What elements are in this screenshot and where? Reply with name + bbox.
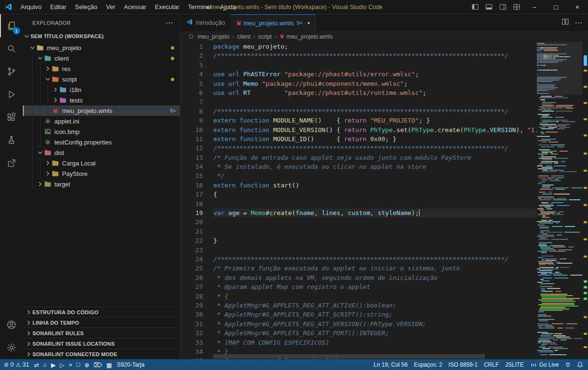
sidebar-section[interactable]: SONARLINT CONNECTED MODE [23, 349, 180, 359]
add-icon[interactable]: ⊕ [84, 361, 89, 369]
line-number[interactable]: 25 [180, 264, 213, 273]
line-number[interactable]: 9 [180, 116, 213, 125]
tree-item[interactable]: script [23, 74, 180, 84]
tree-item[interactable]: icon.bmp [23, 126, 180, 137]
menu-item[interactable]: Ver [102, 0, 120, 14]
maximize-button[interactable]: □ [545, 0, 567, 14]
notifications[interactable] [577, 361, 583, 368]
tree-item[interactable]: target [23, 179, 180, 189]
line-number[interactable]: 15 [180, 171, 213, 180]
trash-icon[interactable]: ⌦ [94, 361, 102, 369]
play-outline-icon[interactable]: ▷ [60, 361, 65, 369]
overview-ruler[interactable] [582, 42, 588, 359]
code-line[interactable]: /***************************************… [213, 51, 537, 60]
tree-item[interactable]: res [23, 63, 180, 74]
activitybar-account[interactable] [0, 313, 23, 336]
horizontal-scrollbar[interactable] [213, 354, 485, 359]
code-line[interactable]: * AppletMngr#G_APPLETS_REG_ATT_ACTIVE():… [213, 301, 537, 310]
home-icon[interactable]: ⌂ [43, 361, 47, 368]
activitybar-explorer[interactable]: 1 [0, 14, 23, 37]
line-number[interactable]: 6 [180, 88, 213, 97]
code-line[interactable] [213, 217, 537, 226]
tab-introducao[interactable]: Introdução [180, 14, 231, 31]
go-live[interactable]: Go Live [530, 361, 559, 368]
workspace-section-header[interactable]: SEM TÍTULO (WORKSPACE) [23, 31, 180, 41]
menu-item[interactable]: Acessar [120, 0, 151, 14]
line-number[interactable]: 26 [180, 273, 213, 282]
line-number[interactable]: 16 [180, 181, 213, 190]
encoding[interactable]: ISO 8859-1 [449, 361, 478, 368]
eol[interactable]: CRLF [484, 361, 499, 368]
tree-item[interactable]: dist [23, 147, 180, 158]
activitybar-share[interactable] [0, 152, 23, 175]
line-number[interactable]: 2 [180, 51, 213, 60]
code-line[interactable]: use url RT "package://phast#utils/runtim… [213, 88, 537, 97]
line-number[interactable]: 21 [180, 227, 213, 236]
code-line[interactable]: * { [213, 292, 537, 301]
code-line[interactable]: * AppletMngr#G_APPLETS_REG_ATT_PORT():IN… [213, 329, 537, 338]
line-number[interactable]: 35 [180, 356, 213, 359]
line-number[interactable]: 20 [180, 217, 213, 226]
sync-icon[interactable]: ⇄ [34, 361, 39, 369]
code-line[interactable]: /***************************************… [213, 107, 537, 116]
activitybar-run-debug[interactable] [0, 83, 23, 106]
breadcrumb-item[interactable]: script [257, 33, 273, 40]
line-number[interactable]: 17 [180, 190, 213, 199]
code-line[interactable] [213, 61, 537, 70]
code-line[interactable]: * Se instalado, é executada ao clicar no… [213, 162, 537, 171]
indentation[interactable]: Espaços: 2 [414, 361, 442, 368]
line-number[interactable]: 23 [180, 246, 213, 255]
code-line[interactable]: /* Primeira função executada do applet a… [213, 264, 537, 273]
toggle-panel-icon[interactable] [482, 0, 496, 14]
code-line[interactable]: * AppletMngr#G_APPLETS_REG_ATT_SCRIPT():… [213, 310, 537, 319]
tree-item[interactable]: PayStore [23, 168, 180, 179]
problems-indicator[interactable]: ⊘ 0 ⚠ 31 [4, 361, 29, 368]
code-content[interactable]: package meu_projeto;/*******************… [213, 42, 537, 359]
menu-item[interactable]: Executar [151, 0, 184, 14]
code-line[interactable]: * dos demais applets na VM, seguindo ord… [213, 273, 537, 282]
close-button[interactable]: × [567, 0, 588, 14]
tree-item[interactable]: meu_projeto [23, 42, 180, 53]
code-line[interactable] [213, 97, 537, 106]
toggle-sidebar-icon[interactable] [468, 0, 482, 14]
sidebar-section[interactable]: SONARLINT ISSUE LOCATIONS [23, 338, 180, 349]
split-editor-icon[interactable] [562, 18, 569, 27]
tree-item[interactable]: applet.ini [23, 116, 180, 126]
line-number[interactable]: 8 [180, 107, 213, 116]
line-number[interactable]: 11 [180, 134, 213, 144]
code-line[interactable]: /***************************************… [213, 255, 537, 264]
line-number[interactable]: 18 [180, 199, 213, 208]
code-line[interactable]: { [213, 190, 537, 199]
activitybar-settings[interactable] [0, 336, 23, 359]
line-number[interactable]: 5 [180, 79, 213, 88]
more-actions-icon[interactable]: ⋯ [575, 18, 582, 27]
line-number[interactable]: 7 [180, 97, 213, 106]
sidebar-section[interactable]: SONARLINT RULES [23, 328, 180, 338]
toggle-secondary-sidebar-icon[interactable] [496, 0, 510, 14]
breadcrumb-item[interactable]: client [236, 33, 252, 40]
line-number[interactable]: 24 [180, 255, 213, 264]
modified-dot-icon[interactable]: ● [307, 21, 310, 25]
gutter[interactable]: 1234567891011121314151617181920212223242… [180, 42, 213, 359]
line-number[interactable]: 27 [180, 282, 213, 291]
line-number[interactable]: 14 [180, 162, 213, 171]
play-icon[interactable]: ▶ [51, 361, 56, 369]
line-number[interactable]: 30 [180, 310, 213, 319]
tree-item[interactable]: Wmeu_projeto.wmls9+ [23, 105, 180, 116]
code-line[interactable] [213, 199, 537, 208]
run-all-icon[interactable]: » [69, 361, 72, 368]
tab-meu-projeto-wmls[interactable]: W meu_projeto.wmls 9+ ● [231, 14, 316, 31]
code-line[interactable] [213, 246, 537, 255]
menu-item[interactable]: Seleção [71, 0, 102, 14]
code-line[interactable]: extern function start() [213, 181, 537, 190]
tree-item[interactable]: client [23, 53, 180, 63]
line-number[interactable]: 22 [180, 236, 213, 245]
code-line[interactable]: extern function MODULE_VERSION() { retur… [213, 125, 537, 134]
menu-item[interactable]: Arquivo [16, 0, 46, 14]
code-line[interactable]: package meu_projeto; [213, 42, 537, 51]
minimize-button[interactable]: − [524, 0, 545, 14]
ports[interactable] [565, 361, 571, 368]
code-line[interactable]: */ [213, 171, 537, 180]
customize-layout-icon[interactable] [510, 0, 524, 14]
grid-icon[interactable]: ▦ [106, 361, 112, 369]
